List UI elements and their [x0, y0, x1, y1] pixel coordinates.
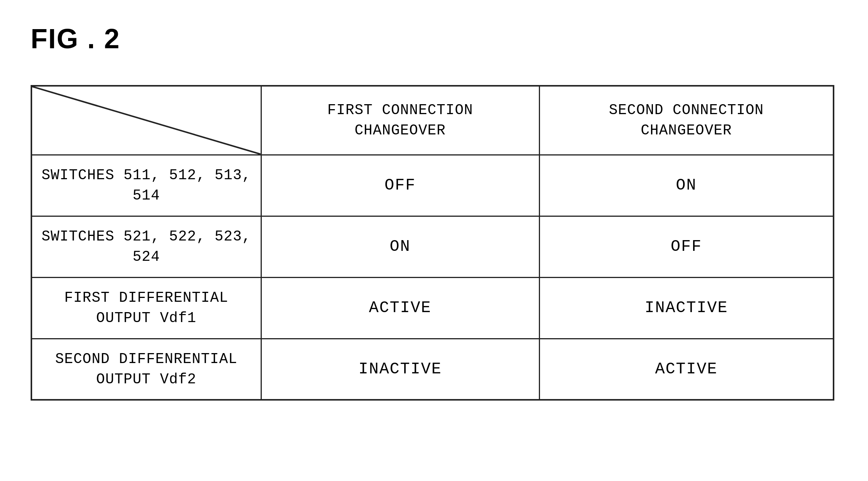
table-row: FIRST DIFFERENTIAL OUTPUT Vdf1 ACTIVE IN… [31, 277, 834, 339]
header-row: FIRST CONNECTION CHANGEOVER SECOND CONNE… [31, 86, 834, 155]
table-container: FIRST CONNECTION CHANGEOVER SECOND CONNE… [31, 85, 834, 401]
table-row: SWITCHES 511, 512, 513, 514 OFF ON [31, 155, 834, 216]
row-first-diff-first-connection: ACTIVE [261, 277, 539, 339]
header-diagonal-cell [31, 86, 261, 155]
row-label-second-differential: SECOND DIFFENRENTIAL OUTPUT Vdf2 [31, 339, 261, 400]
header-second-connection: SECOND CONNECTION CHANGEOVER [539, 86, 834, 155]
row-511-first-connection: OFF [261, 155, 539, 216]
row-label-first-differential: FIRST DIFFERENTIAL OUTPUT Vdf1 [31, 277, 261, 339]
table-body: SWITCHES 511, 512, 513, 514 OFF ON SWITC… [31, 155, 834, 400]
row-second-diff-first-connection: INACTIVE [261, 339, 539, 400]
header-first-connection: FIRST CONNECTION CHANGEOVER [261, 86, 539, 155]
row-521-second-connection: OFF [539, 216, 834, 277]
row-511-second-connection: ON [539, 155, 834, 216]
row-521-first-connection: ON [261, 216, 539, 277]
figure-title: FIG . 2 [31, 23, 120, 54]
row-label-switches-521: SWITCHES 521, 522, 523, 524 [31, 216, 261, 277]
row-second-diff-second-connection: ACTIVE [539, 339, 834, 400]
svg-line-0 [32, 87, 261, 154]
table-row: SWITCHES 521, 522, 523, 524 ON OFF [31, 216, 834, 277]
main-table: FIRST CONNECTION CHANGEOVER SECOND CONNE… [31, 85, 834, 401]
table-row: SECOND DIFFENRENTIAL OUTPUT Vdf2 INACTIV… [31, 339, 834, 400]
row-label-switches-511: SWITCHES 511, 512, 513, 514 [31, 155, 261, 216]
row-first-diff-second-connection: INACTIVE [539, 277, 834, 339]
